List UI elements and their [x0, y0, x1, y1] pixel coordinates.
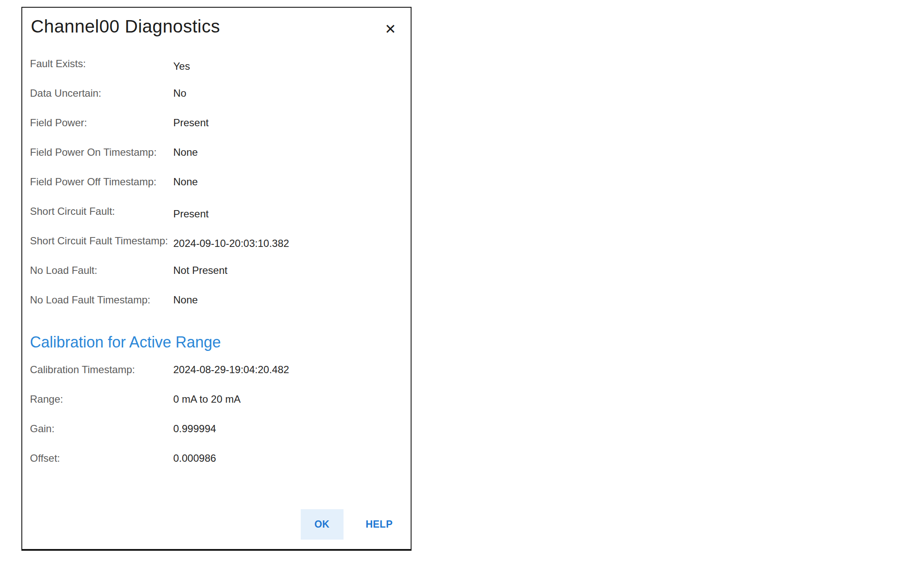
field-value: Yes — [173, 60, 190, 72]
field-label: Calibration Timestamp: — [30, 364, 173, 376]
dialog-header: Channel00 Diagnostics ✕ — [22, 8, 411, 39]
field-row-field-power-on-timestamp: Field Power On Timestamp: None — [30, 137, 411, 167]
field-row-fault-exists: Fault Exists: Yes — [30, 49, 411, 78]
field-value: Present — [173, 208, 209, 220]
field-value: 2024-08-29-19:04:20.482 — [173, 364, 289, 376]
field-label: Gain: — [30, 423, 173, 435]
field-row-field-power: Field Power: Present — [30, 108, 411, 137]
field-value: None — [173, 294, 198, 306]
field-label: Range: — [30, 393, 173, 405]
field-value: 0.999994 — [173, 423, 216, 435]
field-value: None — [173, 176, 198, 188]
field-row-no-load-fault: No Load Fault: Not Present — [30, 255, 411, 285]
field-label: No Load Fault: — [30, 264, 173, 276]
field-label: Short Circuit Fault Timestamp: — [30, 235, 173, 247]
field-label: Field Power On Timestamp: — [30, 146, 173, 158]
help-button[interactable]: HELP — [366, 519, 393, 530]
field-row-gain: Gain: 0.999994 — [30, 414, 411, 443]
field-row-field-power-off-timestamp: Field Power Off Timestamp: None — [30, 167, 411, 196]
dialog-footer-buttons: OK HELP — [301, 509, 393, 540]
dialog-title: Channel00 Diagnostics — [31, 16, 220, 37]
calibration-section-title: Calibration for Active Range — [22, 333, 411, 351]
field-value: Present — [173, 117, 209, 129]
field-label: Offset: — [30, 452, 173, 464]
field-value: Not Present — [173, 264, 228, 276]
field-row-offset: Offset: 0.000986 — [30, 443, 411, 473]
field-value: None — [173, 146, 198, 158]
field-row-no-load-fault-timestamp: No Load Fault Timestamp: None — [30, 285, 411, 315]
field-label: Field Power Off Timestamp: — [30, 176, 173, 188]
field-row-range: Range: 0 mA to 20 mA — [30, 384, 411, 414]
ok-button[interactable]: OK — [301, 509, 344, 540]
field-row-short-circuit-fault: Short Circuit Fault: Present — [30, 196, 411, 226]
field-value: 0.000986 — [173, 452, 216, 464]
field-label: Short Circuit Fault: — [30, 205, 173, 217]
calibration-fields: Calibration Timestamp: 2024-08-29-19:04:… — [22, 355, 411, 473]
field-value: No — [173, 87, 187, 99]
field-row-calibration-timestamp: Calibration Timestamp: 2024-08-29-19:04:… — [30, 355, 411, 384]
field-label: No Load Fault Timestamp: — [30, 294, 173, 306]
field-row-data-uncertain: Data Uncertain: No — [30, 78, 411, 108]
close-button[interactable]: ✕ — [380, 20, 400, 39]
field-label: Fault Exists: — [30, 58, 173, 70]
diagnostics-fields: Fault Exists: Yes Data Uncertain: No Fie… — [22, 49, 411, 315]
field-row-short-circuit-fault-timestamp: Short Circuit Fault Timestamp: 2024-09-1… — [30, 226, 411, 255]
field-label: Data Uncertain: — [30, 87, 173, 99]
field-value: 2024-09-10-20:03:10.382 — [173, 237, 289, 249]
close-icon: ✕ — [385, 21, 396, 37]
field-label: Field Power: — [30, 117, 173, 129]
diagnostics-dialog: Channel00 Diagnostics ✕ Fault Exists: Ye… — [21, 7, 412, 551]
field-value: 0 mA to 20 mA — [173, 393, 240, 405]
